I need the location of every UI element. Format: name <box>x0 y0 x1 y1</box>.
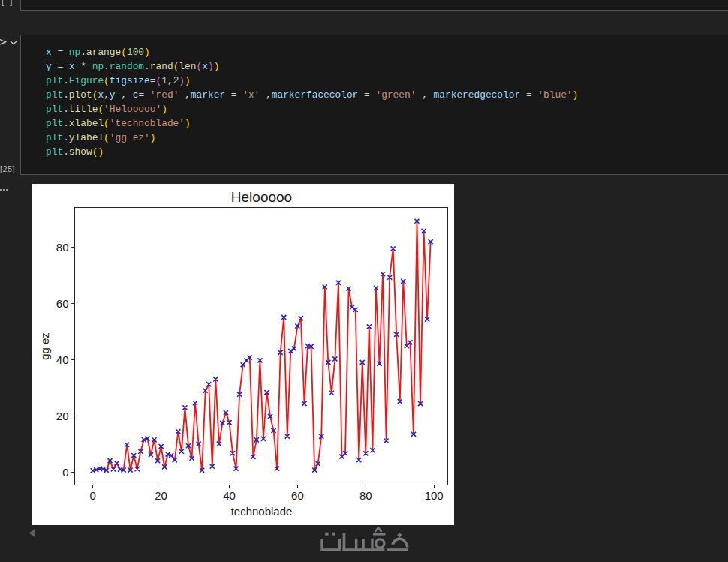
svg-text:20: 20 <box>155 489 167 502</box>
svg-text:40: 40 <box>56 353 69 366</box>
svg-text:100: 100 <box>425 489 444 502</box>
svg-text:60: 60 <box>56 297 69 310</box>
svg-text:0: 0 <box>62 466 68 479</box>
svg-text:40: 40 <box>223 489 236 502</box>
svg-text:80: 80 <box>56 241 69 254</box>
svg-text:gg ez: gg ez <box>38 332 51 360</box>
svg-text:60: 60 <box>291 489 304 502</box>
svg-text:0: 0 <box>90 489 96 502</box>
svg-text:technoblade: technoblade <box>231 505 293 518</box>
svg-text:20: 20 <box>56 410 69 422</box>
svg-text:Helooooo: Helooooo <box>231 189 292 205</box>
svg-text:80: 80 <box>359 489 372 502</box>
